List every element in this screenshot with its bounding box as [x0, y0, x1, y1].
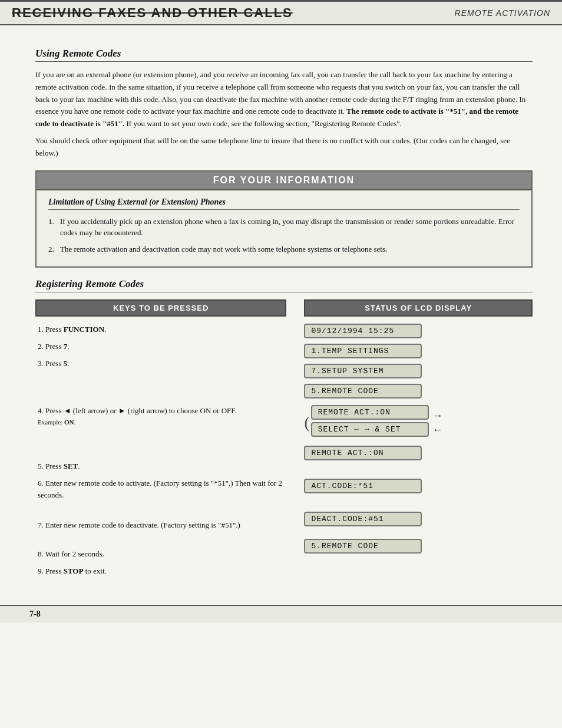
step-8: 8. Wait for 2 seconds.: [35, 548, 286, 561]
step-7: 7. Enter new remote code to deactivate. …: [35, 519, 286, 532]
lcd-remote-code1: 5.REMOTE CODE: [304, 384, 422, 398]
info-list: 1. If you accidentally pick up an extens…: [48, 216, 520, 255]
body-text-1: If you are on an external phone (or exte…: [35, 69, 533, 130]
section1-heading: Using Remote Codes: [35, 48, 533, 62]
section2-heading: Registering Remote Codes: [35, 278, 533, 292]
col-right-header: STATUS OF LCD DISPLAY: [304, 299, 533, 317]
page-number: 7-8: [29, 610, 41, 618]
steps-list: 1. Press FUNCTION. 2. Press 7. 3. Press …: [35, 324, 286, 578]
content: Using Remote Codes If you are on an exte…: [0, 25, 562, 593]
step-3: 3. Press 5.: [35, 358, 286, 370]
header-title-sub: REMOTE ACTIVATION: [455, 8, 550, 18]
lcd-setup: 7.SETUP SYSTEM: [304, 364, 422, 378]
step-4: 4. Press ◄ (left arrow) or ► (right arro…: [35, 405, 286, 427]
info-box: FOR YOUR INFORMATION Limitation of Using…: [35, 170, 533, 268]
header-title-main: RECEIVING FAXES AND OTHER CALLS: [12, 5, 455, 21]
info-box-header: FOR YOUR INFORMATION: [37, 172, 531, 190]
step-2: 2. Press 7.: [35, 341, 286, 353]
two-col-layout: KEYS TO BE PRESSED 1. Press FUNCTION. 2.…: [35, 299, 533, 581]
col-left: KEYS TO BE PRESSED 1. Press FUNCTION. 2.…: [35, 299, 286, 581]
lcd-date: 09/12/1994 15:25: [304, 324, 422, 338]
col-left-header: KEYS TO BE PRESSED: [35, 299, 286, 317]
lcd-bracket-group: ( REMOTE ACT.:ON SELECT ← → & SET → ←: [304, 405, 442, 440]
info-box-subheading: Limitation of Using External (or Extensi…: [48, 197, 520, 210]
bracket-arrow: → ←: [432, 410, 443, 435]
body-text-2: You should check other equipment that wi…: [35, 135, 533, 160]
lcd-remote-act1: REMOTE ACT.:ON: [311, 405, 429, 420]
step-5: 5. Press SET.: [35, 460, 286, 473]
step-1: 1. Press FUNCTION.: [35, 324, 286, 336]
lcd-act-code: ACT.CODE:*51: [304, 479, 422, 493]
list-item: 1. If you accidentally pick up an extens…: [48, 216, 520, 239]
lcd-temp: 1.TEMP SETTINGS: [304, 344, 422, 358]
bracket-container: REMOTE ACT.:ON SELECT ← → & SET: [311, 405, 429, 440]
lcd-select: SELECT ← → & SET: [311, 422, 429, 437]
left-bracket: (: [304, 414, 309, 431]
step-9: 9. Press STOP to exit.: [35, 565, 286, 578]
lcd-remote-act2: REMOTE ACT.:ON: [304, 446, 422, 460]
col-right: STATUS OF LCD DISPLAY 09/12/1994 15:25 1…: [304, 299, 533, 581]
lcd-remote-code2: 5.REMOTE CODE: [304, 539, 422, 554]
list-item: 2. The remote activation and deactivatio…: [48, 243, 520, 255]
lcd-wrapper: 09/12/1994 15:25 1.TEMP SETTINGS 7.SETUP…: [304, 324, 533, 556]
step-6: 6. Enter new remote code to activate. (F…: [35, 477, 286, 502]
info-box-content: Limitation of Using External (or Extensi…: [37, 190, 531, 267]
page-footer: 7-8: [0, 605, 562, 622]
lcd-deact-code: DEACT.CODE:#51: [304, 512, 422, 526]
page-header: RECEIVING FAXES AND OTHER CALLS REMOTE A…: [0, 0, 562, 25]
